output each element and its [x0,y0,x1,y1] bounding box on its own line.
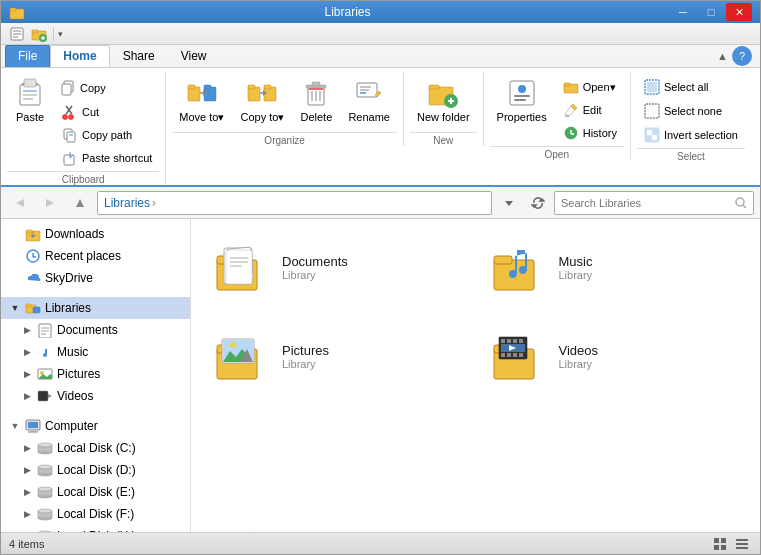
svg-point-21 [63,115,68,120]
svg-rect-67 [645,104,659,118]
view-large-icons[interactable] [710,535,730,553]
tab-view[interactable]: View [168,45,220,67]
sidebar-item-libraries[interactable]: ▼ Libraries [1,297,190,319]
invert-selection-label: Invert selection [664,129,738,141]
open-button[interactable]: Open▾ [556,76,624,98]
select-none-button[interactable]: Select none [637,100,745,122]
properties-label: Properties [497,111,547,123]
expand-arrow-recent [9,250,21,262]
sidebar-item-downloads[interactable]: Downloads [1,223,190,245]
search-icon [735,197,747,209]
new-folder-button[interactable]: New folder [410,72,477,128]
history-button[interactable]: History [556,122,624,144]
open-items: Properties Open▾ [490,72,624,144]
library-icon-pictures [212,329,272,384]
library-item-music[interactable]: Music Library [480,231,749,304]
refresh-button[interactable] [526,191,550,215]
disk-d-icon [37,462,53,478]
up-button[interactable] [67,191,93,215]
svg-marker-95 [48,394,52,398]
organize-group: Move to▾ [166,72,404,146]
pictures-icon [37,366,53,382]
qa-new-folder-button[interactable] [29,25,49,43]
ribbon-tabs: File Home Share View ▲ ? [1,45,760,67]
svg-rect-69 [647,130,652,135]
back-button[interactable] [7,191,33,215]
path-dropdown[interactable] [496,191,522,215]
ribbon-content: Paste Copy [1,67,760,185]
library-item-documents[interactable]: Documents Library [203,231,472,304]
svg-rect-136 [507,339,511,343]
sidebar-item-disk-f[interactable]: ▶ Local Disk (F:) [1,503,190,525]
expand-arrow-libraries: ▼ [9,302,21,314]
tab-share[interactable]: Share [110,45,168,67]
address-path[interactable]: Libraries › [97,191,492,215]
minimize-button[interactable]: ─ [670,3,696,21]
svg-rect-145 [714,538,719,543]
sidebar-item-disk-h[interactable]: ▶ Local Disk (H:) [1,525,190,532]
new-label: New [410,132,477,146]
cut-button[interactable]: Cut [55,101,159,123]
rename-label: Rename [348,111,390,123]
svg-rect-137 [513,339,517,343]
svg-rect-147 [714,545,719,550]
copy-path-button[interactable]: Copy path [55,124,159,146]
svg-rect-85 [26,304,31,307]
sidebar-item-videos[interactable]: ▶ Videos [1,385,190,407]
library-item-videos[interactable]: Videos Library [480,320,749,393]
disk-d-label: Local Disk (D:) [57,463,136,477]
paste-label: Paste [16,111,44,123]
library-item-pictures[interactable]: Pictures Library [203,320,472,393]
svg-rect-146 [721,538,726,543]
svg-rect-94 [38,391,48,401]
libraries-icon [25,300,41,316]
move-to-button[interactable]: Move to▾ [172,72,231,129]
select-all-label: Select all [664,81,709,93]
restore-button[interactable]: □ [698,3,724,21]
address-bar: Libraries › [1,187,760,219]
svg-rect-26 [64,155,74,165]
help-button[interactable]: ? [732,46,752,66]
disk-e-label: Local Disk (E:) [57,485,135,499]
sidebar-item-music[interactable]: ▶ Music [1,341,190,363]
sidebar-item-disk-d[interactable]: ▶ Local Disk (D:) [1,459,190,481]
paste-button[interactable]: Paste [7,72,53,128]
sidebar-item-skydrive[interactable]: SkyDrive [1,267,190,289]
svg-rect-139 [501,353,505,357]
forward-button[interactable] [37,191,63,215]
library-name-pictures: Pictures [282,343,329,358]
edit-button[interactable]: Edit [556,99,624,121]
expand-arrow-disk-c: ▶ [21,442,33,454]
properties-button[interactable]: Properties [490,72,554,128]
sidebar-item-documents[interactable]: ▶ Documents [1,319,190,341]
invert-selection-button[interactable]: Invert selection [637,124,745,146]
tab-file[interactable]: File [5,45,50,67]
library-type-documents: Library [282,269,348,281]
sidebar-item-pictures[interactable]: ▶ Pictures [1,363,190,385]
expand-arrow [9,228,21,240]
close-button[interactable]: ✕ [726,3,752,21]
open-icon [563,79,579,95]
sidebar-item-disk-c[interactable]: ▶ Local Disk (C:) [1,437,190,459]
sidebar-item-recent-places[interactable]: Recent places [1,245,190,267]
rename-button[interactable]: Rename [341,72,397,128]
tab-home[interactable]: Home [50,45,109,67]
qa-dropdown[interactable]: ▾ [58,29,63,39]
expand-arrow-disk-e: ▶ [21,486,33,498]
qa-properties-button[interactable] [7,25,27,43]
svg-rect-41 [312,82,320,86]
paste-shortcut-button[interactable]: Paste shortcut [55,147,159,169]
ribbon-up-arrow[interactable]: ▲ [717,50,728,62]
view-details[interactable] [732,535,752,553]
search-box[interactable] [554,191,754,215]
sidebar-item-computer[interactable]: ▼ Computer [1,415,190,437]
path-libraries[interactable]: Libraries [104,196,150,210]
copy-to-button[interactable]: Copy to▾ [233,72,291,129]
sidebar-item-disk-e[interactable]: ▶ Local Disk (E:) [1,481,190,503]
copy-button[interactable]: Copy [55,76,159,100]
delete-button[interactable]: Delete [293,72,339,128]
expand-arrow-computer: ▼ [9,420,21,432]
select-all-button[interactable]: Select all [637,76,745,98]
search-input[interactable] [561,197,731,209]
new-group: New folder New [404,72,484,146]
